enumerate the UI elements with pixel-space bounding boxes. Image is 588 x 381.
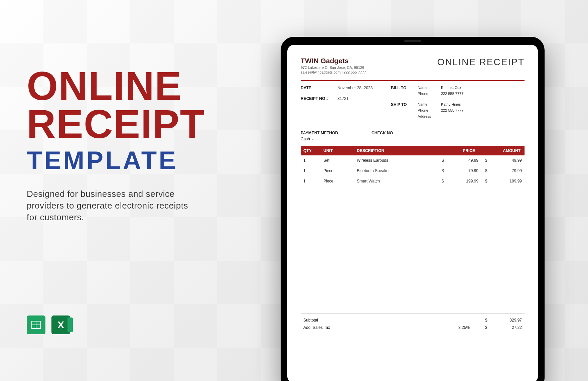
receipt-document: TWIN Gadgets 972 Lakeshire Ct San Jose, … [287, 45, 538, 381]
cell-desc: Smart Watch [357, 179, 442, 183]
cell-desc: Wireless Earbuds [357, 158, 442, 163]
date-label: DATE [301, 86, 337, 90]
date-value: November 28, 2023 [337, 86, 373, 90]
table-row: 1PieceSmart Watch$199.99$199.99 [301, 176, 525, 186]
ship-name-label: Name [418, 102, 441, 106]
cell-desc: Bluetooth Speaker [357, 168, 442, 173]
excel-icon: X [51, 315, 70, 334]
divider [301, 126, 525, 126]
col-price: PRICE [442, 148, 485, 153]
cell-qty: 1 [303, 179, 323, 183]
bill-to-label: BILL TO [391, 86, 418, 98]
divider [301, 80, 525, 81]
cell-price: $79.99 [442, 168, 485, 173]
cell-price: $199.99 [442, 179, 485, 183]
bill-phone: 222 555 7777 [441, 92, 463, 96]
tax-value: 27.22 [512, 325, 522, 330]
subtotal-value: 329.97 [509, 318, 522, 323]
meta-left: DATE November 28, 2023 RECEIPT NO # 8172… [301, 86, 391, 122]
cell-unit: Piece [323, 168, 357, 173]
app-icons: X [27, 315, 70, 334]
items-header: QTY UNIT DESCRIPTION PRICE AMOUNT [301, 146, 525, 155]
check-no-block: CHECK NO. [372, 131, 394, 141]
company-name: TWIN Gadgets [301, 57, 366, 65]
currency: $ [485, 318, 487, 323]
items-body: 1SetWireless Earbuds$49.99$49.991PieceBl… [301, 155, 525, 186]
bill-name-label: Name [418, 86, 441, 90]
payment-method-select[interactable]: Cash▾ [301, 137, 338, 141]
cell-qty: 1 [303, 158, 323, 163]
table-row: 1PieceBluetooth Speaker$79.99$79.99 [301, 166, 525, 176]
meta-right: BILL TO NameEmmett Cox Phone222 555 7777… [391, 86, 525, 122]
bill-phone-label: Phone [418, 92, 441, 96]
subtotal-label: Subtotal [303, 318, 458, 323]
col-qty: QTY [303, 148, 323, 153]
title-line-1: ONLINE [27, 67, 200, 105]
cell-amount: $79.99 [485, 168, 522, 173]
cell-amount: $49.99 [485, 158, 522, 163]
cell-amount: $199.99 [485, 179, 522, 183]
ship-phone-label: Phone [418, 108, 441, 112]
ship-name: Kathy Hines [441, 102, 461, 106]
hero-description: Designed for businesses and service prov… [27, 188, 200, 223]
receipt-no-value: 81721 [337, 96, 348, 101]
title-line-2: RECEIPT [27, 105, 200, 143]
col-amount: AMOUNT [485, 148, 522, 153]
ship-address-label: Address [418, 114, 441, 118]
payment-method-label: PAYMENT METHOD [301, 131, 338, 135]
cell-price: $49.99 [442, 158, 485, 163]
google-sheets-icon [27, 315, 45, 334]
bill-name: Emmett Cox [441, 86, 461, 90]
payment-method-block: PAYMENT METHOD Cash▾ [301, 131, 338, 141]
company-contact: sales@twingadgets.com | 222 555 7777 [301, 70, 366, 74]
totals-block: Subtotal $329.97 Add: Sales Tax 8.25% $2… [301, 313, 525, 331]
table-row: 1SetWireless Earbuds$49.99$49.99 [301, 155, 525, 166]
company-address: 972 Lakeshire Ct San Jose, CA, 95126 [301, 66, 366, 70]
cell-qty: 1 [303, 168, 323, 173]
document-title: ONLINE RECEIPT [437, 57, 525, 68]
tax-rate: 8.25% [458, 325, 485, 330]
col-unit: UNIT [323, 148, 357, 153]
hero-subtitle: TEMPLATE [27, 146, 200, 175]
company-block: TWIN Gadgets 972 Lakeshire Ct San Jose, … [301, 57, 366, 74]
currency: $ [485, 325, 487, 330]
ship-to-label: SHIP TO [391, 102, 418, 120]
tablet-frame: TWIN Gadgets 972 Lakeshire Ct San Jose, … [281, 37, 545, 381]
receipt-no-label: RECEIPT NO # [301, 96, 337, 101]
cell-unit: Piece [323, 179, 357, 183]
cell-unit: Set [323, 158, 357, 163]
tax-label: Add: Sales Tax [303, 325, 458, 330]
chevron-down-icon: ▾ [312, 137, 314, 141]
check-no-label: CHECK NO. [372, 131, 394, 135]
col-desc: DESCRIPTION [357, 148, 442, 153]
hero-title: ONLINE RECEIPT [27, 67, 200, 143]
hero-text-block: ONLINE RECEIPT TEMPLATE Designed for bus… [27, 67, 200, 223]
ship-phone: 222 555 7777 [441, 108, 463, 112]
